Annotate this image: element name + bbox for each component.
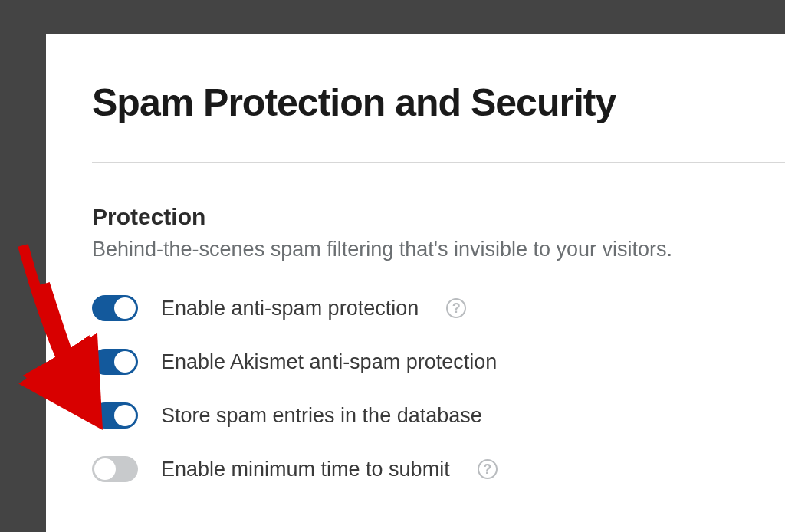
option-label: Enable minimum time to submit: [161, 458, 450, 481]
option-akismet: Enable Akismet anti-spam protection: [92, 349, 785, 375]
option-label: Enable Akismet anti-spam protection: [161, 350, 497, 374]
help-icon[interactable]: ?: [446, 298, 466, 318]
toggle-akismet[interactable]: [92, 349, 138, 375]
section-heading: Protection: [92, 204, 785, 230]
option-label: Store spam entries in the database: [161, 404, 482, 428]
option-anti-spam: Enable anti-spam protection ?: [92, 295, 785, 321]
section-description: Behind-the-scenes spam filtering that's …: [92, 238, 785, 261]
option-store-spam: Store spam entries in the database: [92, 402, 785, 429]
toggle-min-time-submit[interactable]: [92, 456, 138, 482]
help-icon[interactable]: ?: [478, 459, 498, 479]
option-min-time-submit: Enable minimum time to submit ?: [92, 456, 785, 482]
divider: [92, 162, 785, 163]
option-label: Enable anti-spam protection: [161, 297, 419, 320]
toggle-anti-spam[interactable]: [92, 295, 138, 321]
page-title: Spam Protection and Security: [92, 80, 785, 125]
toggle-store-spam[interactable]: [92, 402, 138, 429]
settings-panel: Spam Protection and Security Protection …: [46, 34, 785, 532]
